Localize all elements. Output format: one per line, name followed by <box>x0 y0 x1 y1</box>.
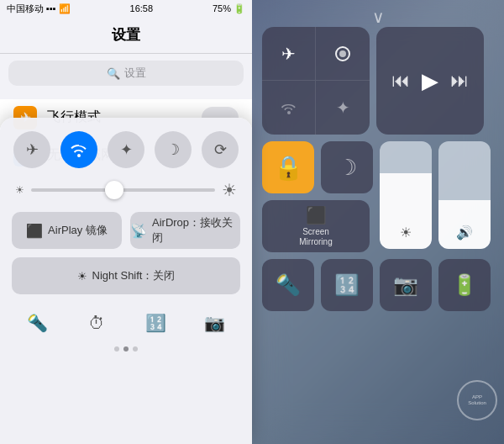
app-solution-badge: APPSolution <box>457 380 497 420</box>
chevron-down-icon: ∨ <box>372 7 385 27</box>
dot-1 <box>114 346 119 352</box>
nav-bar: 设置 <box>0 17 252 54</box>
wifi-status-icon: 📶 <box>59 3 71 14</box>
search-placeholder: 设置 <box>124 66 146 81</box>
sun-small-icon: ☀ <box>15 184 24 196</box>
signal-icon: ▪▪▪ <box>46 3 56 13</box>
media-block: ⏮ ▶ ⏭ <box>376 27 484 135</box>
conn-cellular[interactable] <box>316 27 370 81</box>
control-center: ✈ ✦ ☽ ⟳ ☀ ☀ ⬛ AirPlay 镜像 📡 <box>0 118 252 444</box>
flashlight-button[interactable]: 🔦 <box>20 306 54 340</box>
search-icon: 🔍 <box>107 67 120 80</box>
cc-row-1: ✈ ✦ ⏮ ▶ ⏭ <box>262 27 494 135</box>
screen-mirror-icon: ⬛ <box>306 205 327 225</box>
screen-mirroring-button[interactable]: ⬛ ScreenMirroring <box>262 200 370 252</box>
cc-right-grid: ✈ ✦ ⏮ ▶ ⏭ <box>252 0 504 321</box>
brightness-slider-thumb[interactable] <box>105 181 123 199</box>
connectivity-block: ✈ ✦ <box>262 27 370 135</box>
sun-large-icon: ☀ <box>222 180 237 200</box>
volume-vertical-slider[interactable]: 🔊 <box>438 141 491 249</box>
battery-right-button[interactable]: 🔋 <box>438 259 491 311</box>
camera-right-button[interactable]: 📷 <box>380 259 432 311</box>
status-left: 中国移动 ▪▪▪ 📶 <box>7 3 71 15</box>
airdrop-label: AirDrop：接收关闭 <box>152 215 240 246</box>
carrier-text: 中国移动 <box>7 3 44 15</box>
screen-mirror-label: ScreenMirroring <box>299 227 332 247</box>
brightness-slider-track[interactable] <box>31 188 215 192</box>
svg-point-1 <box>339 50 346 57</box>
volume-icon: 🔊 <box>456 225 473 240</box>
cc-toggle-bluetooth[interactable]: ✦ <box>108 131 144 168</box>
timer-button[interactable]: ⏱ <box>80 306 113 340</box>
conn-bluetooth[interactable]: ✦ <box>316 81 370 135</box>
flashlight-right-button[interactable]: 🔦 <box>262 259 314 311</box>
brightness-icon: ☀ <box>400 225 412 240</box>
right-panel: ∨ ✈ ✦ ⏮ ▶ <box>252 0 504 444</box>
cc-brightness-slider-row: ☀ ☀ <box>12 180 240 200</box>
search-input[interactable]: 🔍 设置 <box>8 61 244 86</box>
media-rewind-button[interactable]: ⏮ <box>391 70 410 92</box>
status-right: 75% 🔋 <box>213 3 245 14</box>
cc-toggle-wifi[interactable] <box>60 131 97 168</box>
page-title: 设置 <box>112 25 140 45</box>
conn-wifi[interactable] <box>262 81 316 135</box>
page-dots <box>12 346 240 352</box>
media-play-button[interactable]: ▶ <box>422 68 438 94</box>
airplay-button[interactable]: ⬛ AirPlay 镜像 <box>12 212 122 249</box>
search-bar[interactable]: 🔍 设置 <box>0 54 252 92</box>
cc-toggle-airplane[interactable]: ✈ <box>13 131 50 168</box>
battery-text: 75% <box>213 3 231 13</box>
conn-airplane[interactable]: ✈ <box>262 27 316 81</box>
calculator-button[interactable]: 🔢 <box>139 306 172 340</box>
camera-button[interactable]: 📷 <box>198 306 232 340</box>
night-shift-icon: ☀ <box>77 270 87 283</box>
media-forward-button[interactable]: ⏭ <box>450 70 469 92</box>
night-shift-button[interactable]: ☀ Night Shift：关闭 <box>12 257 240 294</box>
cc-bottom-row: 🔦 ⏱ 🔢 📷 <box>12 306 240 340</box>
cc-toggle-moon[interactable]: ☽ <box>155 131 192 168</box>
cc-row-2: 🔒 ☽ ⬛ ScreenMirroring ☀ 🔊 <box>262 141 494 252</box>
cc-action-row: ⬛ AirPlay 镜像 📡 AirDrop：接收关闭 <box>12 212 240 249</box>
airdrop-icon: 📡 <box>130 223 147 239</box>
cc-toggle-row: ✈ ✦ ☽ ⟳ <box>12 131 240 168</box>
airplay-icon: ⬛ <box>26 223 43 239</box>
portrait-lock-button[interactable]: 🔒 <box>262 141 314 193</box>
cc-toggle-rotate[interactable]: ⟳ <box>202 131 239 168</box>
app-solution-text: APPSolution <box>468 394 486 406</box>
airdrop-button[interactable]: 📡 AirDrop：接收关闭 <box>130 212 240 249</box>
calculator-right-button[interactable]: 🔢 <box>321 259 373 311</box>
battery-icon: 🔋 <box>234 3 245 14</box>
night-shift-label: Night Shift：关闭 <box>92 268 176 283</box>
cc-row-3: 🔦 🔢 📷 🔋 <box>262 259 494 311</box>
left-panel: 中国移动 ▪▪▪ 📶 16:58 75% 🔋 设置 🔍 设置 ✈ 飞行模式 📶 … <box>0 0 252 444</box>
clock: 16:58 <box>130 3 154 13</box>
brightness-vertical-slider[interactable]: ☀ <box>380 141 432 249</box>
airplay-label: AirPlay 镜像 <box>48 223 108 238</box>
do-not-disturb-button[interactable]: ☽ <box>321 141 373 193</box>
dot-2 <box>123 346 129 352</box>
dot-3 <box>133 346 138 352</box>
status-bar: 中国移动 ▪▪▪ 📶 16:58 75% 🔋 <box>0 0 252 17</box>
